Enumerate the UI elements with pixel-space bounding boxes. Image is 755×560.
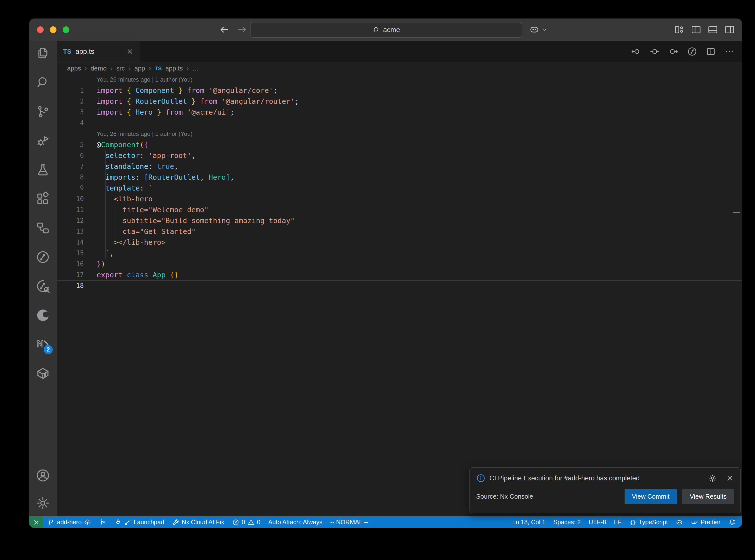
notification-source: Source: Nx Console (476, 493, 619, 500)
gitlens-next-icon[interactable] (668, 46, 679, 57)
code-text: import { Component } from '@angular/core… (97, 85, 277, 96)
gitlens-previous-icon[interactable] (650, 46, 660, 57)
close-window-button[interactable] (37, 26, 44, 33)
breadcrumb-item[interactable]: demo (91, 65, 106, 72)
view-results-button[interactable]: View Results (682, 489, 734, 504)
activity-item-nx-console[interactable]: N2 (36, 337, 50, 352)
navigate-forward-icon[interactable] (237, 24, 247, 35)
statusbar-text: Launchpad (134, 519, 164, 526)
activity-item-settings[interactable] (36, 496, 50, 511)
customize-layout-icon[interactable] (674, 24, 685, 35)
line-number: 18 (57, 280, 97, 291)
code-line[interactable]: 13 cta="Get Started" (57, 226, 742, 237)
code-line[interactable]: 9 template: ` (57, 183, 742, 194)
statusbar-git-branch[interactable]: add-hero (43, 516, 95, 528)
code-line[interactable]: 10 <lib-hero (57, 194, 742, 204)
view-commit-button[interactable]: View Commit (624, 489, 677, 504)
statusbar-notifications-bell[interactable] (724, 516, 740, 528)
breadcrumb-item-file[interactable]: app.ts (165, 65, 183, 72)
breadcrumb-item[interactable]: app (134, 65, 145, 72)
breadcrumb-item[interactable]: apps (67, 65, 81, 72)
activity-item-edge-tools[interactable] (36, 308, 50, 323)
gitlens-open-changes-icon[interactable] (631, 46, 641, 57)
toggle-sidebar-right-icon[interactable] (724, 24, 735, 35)
breadcrumb-separator: › (110, 65, 113, 72)
toggle-sidebar-left-icon[interactable] (690, 24, 702, 35)
mini-graph-icon (124, 519, 132, 526)
close-tab-icon[interactable] (126, 48, 134, 55)
tab-app-ts[interactable]: TS app.ts (57, 41, 140, 62)
code-line[interactable]: 12 subtitle="Build something amazing tod… (57, 215, 742, 226)
code-line[interactable]: 14 ></lib-hero> (57, 237, 742, 248)
statusbar-copilot-status[interactable] (672, 516, 687, 528)
code-line[interactable]: 16}) (57, 259, 742, 269)
activity-item-source-control[interactable] (36, 104, 50, 119)
activity-item-remote-explorer[interactable] (36, 221, 50, 235)
code-line[interactable]: 4 (57, 118, 742, 128)
code-line[interactable]: 11 title="Welcmoe demo" (57, 204, 742, 215)
code-text: subtitle="Build something amazing today" (97, 215, 295, 226)
code-line[interactable]: 17export class App {} (57, 269, 742, 280)
statusbar-git-graph[interactable] (95, 516, 111, 528)
code-line[interactable]: 3import { Hero } from '@acme/ui'; (57, 107, 742, 118)
activity-item-testing[interactable] (36, 162, 50, 177)
remote-icon (32, 518, 40, 526)
git-graph-icon (99, 519, 106, 526)
activity-item-gitlens[interactable] (36, 250, 50, 264)
activity-item-gitlens-inspect[interactable] (36, 279, 50, 294)
notification-settings-gear-icon[interactable] (709, 474, 717, 482)
toggle-panel-icon[interactable] (707, 24, 718, 35)
statusbar-indentation[interactable]: Spaces: 2 (549, 516, 584, 528)
blame-annotation[interactable]: You, 26 minutes ago | 1 author (You) (57, 128, 742, 139)
more-actions-icon[interactable] (724, 46, 735, 57)
notification-close-icon[interactable] (726, 474, 734, 482)
code-line[interactable]: 6 selector: 'app-root', (57, 150, 742, 161)
statusbar-auto-attach[interactable]: Auto Attach: Always (264, 516, 326, 528)
statusbar-formatter-prettier[interactable]: Prettier (687, 516, 724, 528)
breadcrumb-separator: › (149, 65, 151, 72)
layout-controls (674, 19, 735, 41)
statusbar-text: 0 (242, 519, 245, 526)
info-icon (476, 474, 485, 483)
breadcrumb-item[interactable]: src (116, 65, 125, 72)
activity-item-extensions[interactable] (36, 192, 50, 206)
command-center-search[interactable]: acme (250, 22, 522, 38)
statusbar-text: 0 (257, 519, 260, 526)
split-editor-icon[interactable] (706, 46, 716, 57)
code-line[interactable]: 2import { RouterOutlet } from '@angular/… (57, 96, 742, 107)
navigate-back-icon[interactable] (219, 24, 230, 35)
statusbar-problems[interactable]: 00 (228, 516, 264, 528)
statusbar-nx-cloud-ai-fix[interactable]: Nx Cloud AI Fix (168, 516, 228, 528)
breadcrumb-separator: › (128, 65, 131, 72)
activity-item-containers[interactable] (36, 366, 50, 381)
line-number: 12 (57, 215, 97, 226)
statusbar-gitlens-launchpad[interactable]: Launchpad (111, 516, 168, 528)
code-line[interactable]: 5@Component({ (57, 139, 742, 150)
breadcrumb-item-symbol[interactable]: … (192, 65, 199, 72)
nx-graph-icon[interactable] (687, 46, 697, 57)
code-text: ></lib-hero> (97, 237, 165, 248)
vscode-window: acme N2 TS app. (29, 19, 742, 528)
statusbar-encoding[interactable]: UTF-8 (584, 516, 610, 528)
activity-item-search[interactable] (36, 75, 50, 90)
code-editor[interactable]: You, 26 minutes ago | 1 author (You)1imp… (57, 74, 742, 516)
statusbar-remote-indicator[interactable] (29, 516, 43, 528)
code-line[interactable]: 1import { Component } from '@angular/cor… (57, 85, 742, 96)
copilot-menu[interactable] (529, 19, 548, 41)
statusbar-vim-mode[interactable]: -- NORMAL -- (326, 516, 372, 528)
code-line[interactable]: 7 standalone: true, (57, 161, 742, 172)
activity-item-explorer[interactable] (36, 46, 50, 61)
blame-annotation[interactable]: You, 26 minutes ago | 1 author (You) (57, 74, 742, 85)
minimize-window-button[interactable] (50, 26, 57, 33)
statusbar-eol[interactable]: LF (610, 516, 625, 528)
statusbar-cursor-position[interactable]: Ln 18, Col 1 (508, 516, 549, 528)
activity-item-run-debug[interactable] (36, 133, 50, 148)
command-center-value: acme (383, 26, 400, 34)
code-line[interactable]: 8 imports: [RouterOutlet, Hero], (57, 172, 742, 183)
code-line[interactable]: 15 `, (57, 248, 742, 259)
code-line[interactable]: 18 (57, 280, 742, 291)
statusbar-language-mode[interactable]: {}TypeScript (625, 516, 672, 528)
zoom-window-button[interactable] (63, 26, 69, 33)
code-text: template: ` (97, 183, 153, 194)
activity-item-accounts[interactable] (36, 468, 50, 483)
